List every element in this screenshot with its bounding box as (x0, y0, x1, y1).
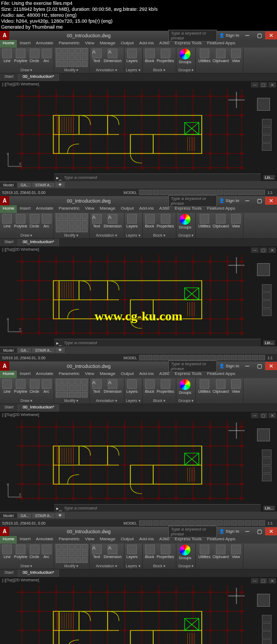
nav-tool-2[interactable] (262, 631, 272, 639)
modify-tool-9[interactable] (82, 385, 88, 391)
maximize-icon[interactable]: ▢ (253, 31, 265, 39)
viewport[interactable]: [-][Top][2D Wireframe]─▢✕ XY▸_Type a com… (0, 412, 277, 512)
ribbon-tab-featuredapps[interactable]: Featured Apps (205, 536, 238, 544)
viewcube[interactable] (255, 427, 272, 443)
ribbon-tab-parametric[interactable]: Parametric (56, 40, 82, 48)
text-tool[interactable]: AText (91, 48, 102, 63)
modify-tool-9[interactable] (82, 551, 88, 556)
status-toggle-7[interactable] (188, 355, 195, 360)
ribbon-tab-home[interactable]: Home (0, 536, 17, 544)
status-toggle-1[interactable] (146, 190, 153, 195)
ribbon-tab-home[interactable]: Home (0, 205, 17, 213)
status-toggle-6[interactable] (181, 520, 188, 526)
status-toggle-13[interactable] (230, 355, 237, 360)
viewport[interactable]: [-][Top][2D Wireframe]─▢✕ XY▸_Type a com… (0, 81, 277, 181)
nav-tool-0[interactable] (262, 450, 272, 457)
modify-tool-10[interactable] (56, 61, 62, 67)
util-tool[interactable]: Utilities (197, 544, 211, 559)
properties-tool[interactable]: Properties (156, 379, 175, 394)
status-toggle-1[interactable] (146, 355, 153, 360)
scale-btn[interactable]: 1:1 (267, 191, 273, 194)
command-line[interactable]: ▸_Type a command (54, 504, 261, 512)
status-toggle-9[interactable] (202, 190, 209, 195)
line-tool[interactable]: Line (2, 213, 12, 229)
ribbon-tab-parametric[interactable]: Parametric (56, 371, 82, 378)
cmd-input[interactable]: Type a command (64, 175, 259, 180)
modify-tool-7[interactable] (69, 55, 75, 61)
text-tool[interactable]: AText (91, 544, 102, 559)
ribbon-tab-insert[interactable]: Insert (17, 40, 33, 48)
tab-layout-1[interactable]: GA.. (17, 183, 32, 187)
modify-tool-7[interactable] (69, 220, 75, 226)
scale-btn[interactable]: 1:1 (267, 356, 273, 360)
groups-tool[interactable]: Groups (178, 544, 192, 560)
modify-tool-0[interactable] (56, 379, 62, 385)
view-tool[interactable]: View (230, 48, 241, 63)
ribbon-tab-expresstools[interactable]: Express Tools (172, 536, 205, 544)
ribbon-tab-add-ins[interactable]: Add-ins (136, 371, 156, 378)
model-space-btn[interactable]: MODEL (123, 356, 137, 360)
ribbon-tab-add-ins[interactable]: Add-ins (136, 536, 156, 544)
status-toggle-3[interactable] (160, 520, 167, 526)
status-toggle-8[interactable] (195, 520, 202, 526)
modify-tool-7[interactable] (69, 385, 75, 391)
modify-tool-1[interactable] (62, 544, 68, 550)
ribbon-tab-parametric[interactable]: Parametric (56, 536, 82, 544)
status-toggle-6[interactable] (181, 190, 188, 195)
status-toggle-3[interactable] (160, 190, 167, 195)
circle-tool[interactable]: Circle (29, 379, 40, 394)
ribbon-tab-add-ins[interactable]: Add-ins (136, 205, 156, 213)
status-toggle-2[interactable] (153, 190, 160, 195)
modify-tool-0[interactable] (56, 48, 62, 54)
view-tool[interactable]: View (230, 544, 241, 559)
close-icon[interactable]: ✕ (265, 197, 277, 205)
status-toggle-11[interactable] (216, 355, 223, 360)
polyline-tool[interactable]: Polyline (14, 544, 28, 559)
signin-button[interactable]: 👤 Sign In (219, 529, 239, 534)
tab-model[interactable]: Model (0, 348, 17, 353)
modify-tool-4[interactable] (82, 213, 88, 219)
properties-tool[interactable]: Properties (156, 544, 175, 559)
status-toggle-17[interactable] (259, 190, 265, 195)
viewcube[interactable] (255, 261, 272, 278)
model-space-btn[interactable]: MODEL (123, 191, 137, 194)
modify-tool-2[interactable] (69, 48, 75, 54)
command-line[interactable]: ▸_Type a command (54, 339, 261, 346)
ribbon-tab-manage[interactable]: Manage (97, 371, 118, 378)
nav-tool-3[interactable] (262, 639, 272, 644)
text-tool[interactable]: AText (91, 379, 102, 394)
util-tool[interactable]: Utilities (197, 379, 211, 394)
status-toggle-2[interactable] (153, 355, 160, 360)
tab-add[interactable]: ✚ (55, 182, 65, 187)
circle-tool[interactable]: Circle (29, 48, 40, 63)
close-icon[interactable]: ✕ (265, 527, 277, 535)
status-toggle-4[interactable] (167, 520, 174, 526)
modify-tool-12[interactable] (69, 61, 75, 67)
maximize-icon[interactable]: ▢ (253, 527, 265, 535)
scale-btn[interactable]: 1:1 (267, 521, 273, 525)
modify-tool-5[interactable] (56, 55, 62, 61)
status-toggle-15[interactable] (245, 520, 251, 526)
ribbon-tab-featuredapps[interactable]: Featured Apps (205, 205, 238, 213)
modify-tool-13[interactable] (75, 392, 81, 398)
modify-tool-5[interactable] (56, 220, 62, 226)
status-toggle-10[interactable] (209, 355, 216, 360)
properties-tool[interactable]: Properties (156, 48, 175, 63)
status-toggle-10[interactable] (209, 190, 216, 195)
modify-tool-3[interactable] (75, 48, 81, 54)
groups-tool[interactable]: Groups (178, 379, 192, 395)
ribbon-tab-output[interactable]: Output (118, 205, 136, 213)
ribbon-tab-output[interactable]: Output (118, 40, 136, 48)
status-toggle-3[interactable] (160, 355, 167, 360)
view-tool[interactable]: View (230, 379, 241, 394)
ribbon-tab-manage[interactable]: Manage (97, 536, 118, 544)
modify-tool-12[interactable] (69, 392, 75, 398)
modify-tool-10[interactable] (56, 557, 62, 563)
modify-tool-4[interactable] (82, 48, 88, 54)
minimize-icon[interactable]: ─ (241, 362, 253, 370)
drawing-canvas[interactable] (16, 89, 245, 170)
circle-tool[interactable]: Circle (29, 213, 40, 229)
signin-button[interactable]: 👤 Sign In (219, 33, 239, 38)
tab-layout-1[interactable]: GA.. (17, 513, 32, 518)
nav-tool-0[interactable] (262, 119, 272, 126)
